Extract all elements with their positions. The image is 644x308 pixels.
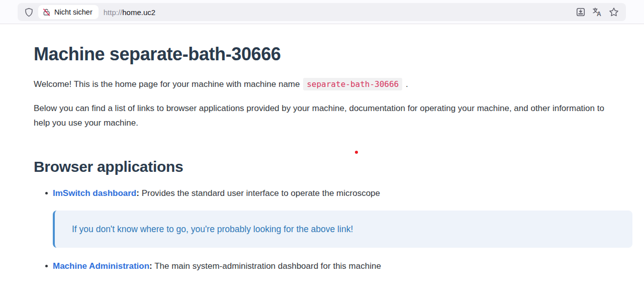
browser-toolbar: Nicht sicher http://home.uc2 [0, 0, 644, 24]
insecure-lock-icon [42, 8, 51, 17]
intro-text-before: Welcome! This is the home page for your … [34, 79, 300, 89]
url-text[interactable]: http://home.uc2 [104, 8, 155, 17]
app-list: ImSwitch dashboard: Provides the standar… [34, 186, 613, 273]
translate-button[interactable]: A [590, 5, 604, 19]
svg-text:A: A [597, 11, 601, 17]
app-list-item-administration: Machine Administration: The main system-… [53, 259, 613, 273]
bookmark-star-button[interactable] [607, 5, 621, 19]
hint-text: If you don't know where to go, you're pr… [72, 222, 615, 236]
page-title: Machine separate-bath-30666 [34, 43, 613, 65]
shield-icon [24, 8, 34, 17]
star-icon [609, 7, 619, 17]
url-scheme: http:// [104, 8, 123, 17]
downloads-button[interactable] [574, 5, 588, 19]
machine-name-code: separate-bath-30666 [303, 78, 402, 90]
page-content: Machine separate-bath-30666 Welcome! Thi… [0, 24, 644, 273]
download-icon [576, 7, 586, 17]
machine-administration-link[interactable]: Machine Administration [53, 261, 149, 271]
security-chip[interactable]: Nicht sicher [38, 5, 99, 19]
app-list-item-imswitch: ImSwitch dashboard: Provides the standar… [53, 186, 613, 248]
intro-paragraph: Welcome! This is the home page for your … [34, 77, 613, 91]
security-chip-label: Nicht sicher [54, 8, 93, 16]
item-description: The main system-administration dashboard… [152, 261, 381, 271]
cursor-dot [355, 151, 358, 154]
hint-callout: If you don't know where to go, you're pr… [53, 211, 632, 248]
imswitch-dashboard-link[interactable]: ImSwitch dashboard [53, 188, 136, 198]
item-description: Provides the standard user interface to … [139, 188, 380, 198]
description-paragraph: Below you can find a list of links to br… [34, 101, 613, 130]
intro-text-after: . [406, 79, 408, 89]
shield-protection-button[interactable] [22, 5, 36, 19]
url-bar[interactable]: Nicht sicher http://home.uc2 [18, 3, 626, 21]
translate-icon: A [592, 7, 602, 17]
section-title: Browser applications [34, 157, 613, 176]
url-host: home.uc2 [122, 8, 155, 17]
